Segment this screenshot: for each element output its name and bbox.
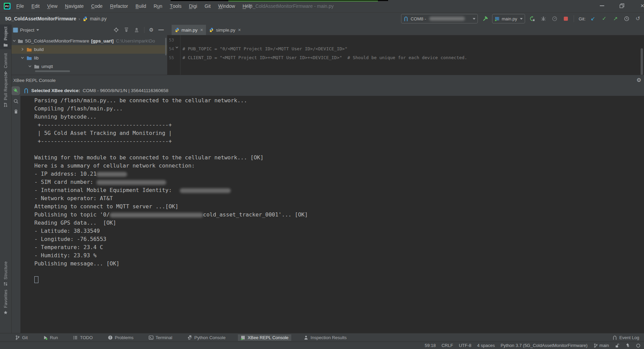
tab-main-py[interactable]: main.py× <box>172 25 206 35</box>
tool-window-bar: GitRunTODOProblemsTerminalPython Console… <box>0 333 644 342</box>
locate-file-icon[interactable] <box>114 27 119 33</box>
menu-build[interactable]: Build <box>132 0 150 12</box>
run-toolbar: COM8 - main.py Git: ↙ ✓ ↗ ↺ <box>401 13 642 25</box>
toolwindow-button-run[interactable]: Run <box>40 334 61 341</box>
editor-scrollbar[interactable] <box>641 48 643 75</box>
status-encoding[interactable]: UTF-8 <box>459 343 471 348</box>
editor-gutter: 535455 <box>167 35 180 75</box>
lock-icon[interactable] <box>615 343 620 348</box>
code-editor[interactable]: 535455 # PUB_TOPIC = "0/<MQTT Project ID… <box>167 35 644 75</box>
tree-item-5g_coldassetmonitorfirmware[interactable]: 5G_ColdAssetMonitorFirmware[gps_uart]C:\… <box>11 37 167 45</box>
status-caret-position[interactable]: 59:18 <box>425 343 436 348</box>
disconnect-plug-button[interactable] <box>11 86 20 95</box>
status-line-ending[interactable]: CRLF <box>441 343 453 348</box>
tree-item-lib[interactable]: lib <box>11 54 167 62</box>
menu-git[interactable]: Git <box>201 0 214 12</box>
branch-icon <box>593 343 598 348</box>
build-hammer-icon[interactable] <box>481 15 489 23</box>
console-line: - Network operator: AT&T <box>34 194 644 203</box>
toolwindow-button-xbee-repl-console[interactable]: XBee REPL Console <box>238 334 291 341</box>
pycharm-window: PC FileEditViewNavigateCodeRefactorBuild… <box>0 0 644 349</box>
folder-icon <box>34 64 39 69</box>
console-output[interactable]: Parsing /flash/main.py... be connected t… <box>20 96 644 333</box>
git-branch-widget[interactable]: main <box>593 343 609 348</box>
rollback-button[interactable]: ↺ <box>634 15 642 23</box>
collapse-all-icon[interactable] <box>134 27 139 33</box>
status-indent[interactable]: 4 spaces <box>477 343 495 348</box>
redacted-text <box>97 172 127 177</box>
console-line: Here is a summary of cellular network co… <box>34 162 644 170</box>
tree-item-build[interactable]: build <box>11 45 167 54</box>
vertical-scrollbar[interactable] <box>165 38 167 55</box>
project-tree: 5G_ColdAssetMonitorFirmware[gps_uart]C:\… <box>11 35 167 71</box>
tab-simple-py[interactable]: simple.py× <box>206 25 244 35</box>
sidebar-item-pull-requests[interactable]: Pull Requests <box>0 71 11 109</box>
console-line: - SIM card number: <box>34 178 644 186</box>
chevron-down-icon[interactable] <box>12 39 16 43</box>
project-panel-title[interactable]: Project <box>20 28 34 33</box>
toolbar-separator <box>574 15 574 22</box>
chevron-down-icon[interactable] <box>36 29 39 31</box>
git-label: Git: <box>579 16 586 21</box>
git-update-button[interactable]: ↙ <box>589 15 597 23</box>
editor-tab-bar: main.py×simple.py× <box>167 25 644 35</box>
rerun-button[interactable] <box>528 15 536 23</box>
toolwindow-button-inspection-results[interactable]: Inspection Results <box>301 334 349 341</box>
toolwindow-button-terminal[interactable]: Terminal <box>146 334 175 341</box>
run-configuration-selector[interactable]: main.py <box>492 14 525 23</box>
breadcrumb-file[interactable]: main.py <box>90 16 107 21</box>
background-task-icon[interactable] <box>636 343 641 348</box>
profiler-icon[interactable] <box>551 15 559 23</box>
menu-digi[interactable]: Digi <box>185 0 201 12</box>
menu-tools[interactable]: Tools <box>166 0 185 12</box>
chevron-down-icon[interactable] <box>28 64 32 68</box>
toolwindow-button-problems[interactable]: Problems <box>105 334 136 341</box>
toolwindow-button-label: Run <box>50 335 58 340</box>
gear-icon[interactable]: ⚙ <box>637 77 641 83</box>
stop-button[interactable] <box>562 15 570 23</box>
close-button[interactable]: × <box>637 0 644 12</box>
menu-file[interactable]: File <box>13 0 28 12</box>
event-log-button[interactable]: Event Log <box>612 335 639 340</box>
close-icon[interactable]: × <box>200 27 203 33</box>
hide-panel-icon[interactable]: — <box>158 27 164 33</box>
console-title: XBee REPL Console <box>13 78 56 83</box>
tree-item-umqtt[interactable]: umqtt <box>11 62 167 71</box>
status-interpreter[interactable]: Python 3.7 (5G_ColdAssetMonitorFirmware) <box>501 343 588 348</box>
menu-edit[interactable]: Edit <box>28 0 43 12</box>
menu-navigate[interactable]: Navigate <box>61 0 87 12</box>
toolwindow-button-git[interactable]: Git <box>12 334 31 341</box>
menu-bar: PC FileEditViewNavigateCodeRefactorBuild… <box>0 0 644 13</box>
debug-bug-icon[interactable] <box>539 15 547 23</box>
gear-icon[interactable]: ⚙ <box>149 27 154 33</box>
toolwindow-button-python-console[interactable]: Python Console <box>185 334 228 341</box>
git-commit-button[interactable]: ✓ <box>600 15 608 23</box>
console-line: - Latitude: 38.33549 <box>34 227 644 235</box>
menu-view[interactable]: View <box>43 0 61 12</box>
sidebar-item-structure[interactable]: Structure <box>0 259 11 288</box>
restore-button[interactable] <box>613 0 631 12</box>
menu-refactor[interactable]: Refactor <box>106 0 132 12</box>
fold-marker-icon[interactable] <box>175 46 179 49</box>
minimize-button[interactable] <box>593 0 611 12</box>
breadcrumb-project[interactable]: 5G_ColdAssetMonitorFirmware <box>5 16 76 21</box>
close-icon[interactable]: × <box>238 27 241 33</box>
history-clock-icon[interactable] <box>623 15 631 23</box>
chevron-down-icon[interactable] <box>20 56 24 60</box>
selected-device-value: COM8 - 9600/8/N/1/N | 356441116360658 <box>83 88 168 93</box>
horizontal-scrollbar[interactable] <box>35 70 70 72</box>
menu-window[interactable]: Window <box>214 0 239 12</box>
status-bar: 59:18CRLFUTF-84 spacesPython 3.7 (5G_Col… <box>0 342 644 349</box>
expand-all-icon[interactable] <box>124 27 129 33</box>
search-icon[interactable] <box>13 99 19 104</box>
chevron-right-icon[interactable] <box>20 47 24 51</box>
layers-icon[interactable] <box>625 343 630 348</box>
menu-run[interactable]: Run <box>150 0 166 12</box>
git-push-button[interactable]: ↗ <box>611 15 620 23</box>
sidebar-item-favorites[interactable]: Favorites <box>0 287 11 317</box>
sidebar-item-project[interactable]: Project <box>0 24 11 49</box>
toolwindow-button-todo[interactable]: TODO <box>70 334 95 341</box>
clear-trash-icon[interactable] <box>13 109 19 114</box>
xbee-device-selector[interactable]: COM8 - <box>401 14 478 23</box>
menu-code[interactable]: Code <box>87 0 106 12</box>
